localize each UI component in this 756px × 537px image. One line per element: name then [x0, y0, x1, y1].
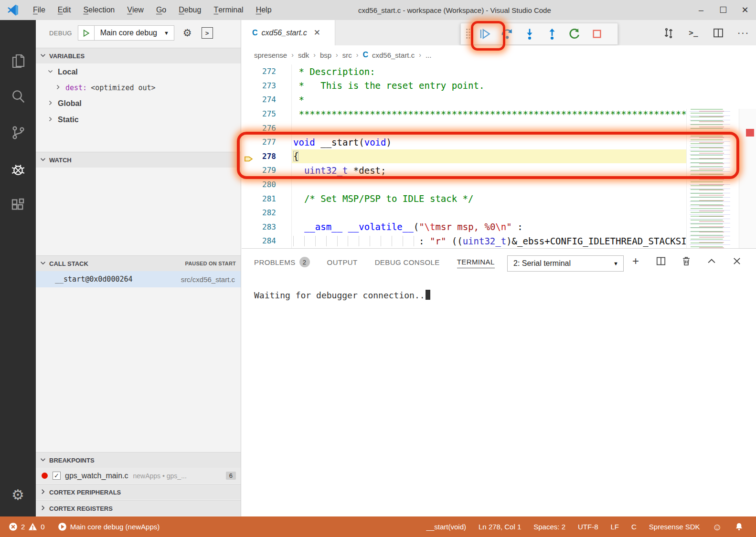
status-item-6[interactable]: Spresense SDK	[649, 523, 700, 531]
code-line-280[interactable]: 280	[242, 178, 756, 192]
code-text[interactable]: : "r" ((uint32_t)&_ebss+CONFIG_IDLETHREA…	[291, 234, 686, 248]
step-out-button[interactable]	[543, 25, 561, 43]
code-text[interactable]	[291, 206, 686, 220]
status-item-1[interactable]: Ln 278, Col 1	[479, 523, 521, 531]
code-line-272[interactable]: 272 * Description:	[242, 64, 756, 79]
menu-terminal[interactable]: Terminal	[207, 0, 249, 20]
gutter[interactable]: 283	[242, 222, 291, 232]
variables-global-row[interactable]: Global	[36, 95, 241, 111]
breadcrumb-item[interactable]: spresense	[254, 51, 287, 59]
maximize-panel-icon[interactable]	[706, 255, 717, 267]
line-number[interactable]: 273	[262, 81, 276, 90]
status-item-4[interactable]: LF	[610, 523, 619, 531]
gutter[interactable]: 275	[242, 109, 291, 118]
minimap[interactable]	[686, 109, 739, 248]
code-line-277[interactable]: 277void __start(void)	[242, 135, 756, 149]
problems-status[interactable]: 2 0	[9, 522, 45, 531]
debug-settings-gear-icon[interactable]: ⚙	[183, 27, 192, 39]
menu-selection[interactable]: Selection	[77, 0, 121, 20]
breadcrumb-item[interactable]: bsp	[320, 51, 331, 59]
status-item-0[interactable]: __start(void)	[426, 523, 466, 531]
variable-dest-row[interactable]: dest: <optimized out>	[36, 80, 241, 95]
breadcrumb-item[interactable]: ...	[426, 51, 432, 59]
menu-help[interactable]: Help	[250, 0, 278, 20]
call-stack-frame-row[interactable]: __start@0x0d000264 src/cxd56_start.c	[36, 271, 241, 287]
stop-button[interactable]	[588, 25, 606, 43]
gutter[interactable]: 273	[242, 81, 291, 90]
line-number[interactable]: 280	[262, 180, 276, 189]
settings-gear-icon[interactable]: ⚙	[0, 486, 36, 503]
gutter[interactable]: 280	[242, 180, 291, 189]
code-line-284[interactable]: 284 : "r" ((uint32_t)&_ebss+CONFIG_IDLET…	[242, 234, 756, 248]
split-editor-icon[interactable]	[712, 27, 724, 39]
line-number[interactable]: 283	[262, 222, 276, 232]
code-line-283[interactable]: 283 __asm__ __volatile__("\tmsr msp, %0\…	[242, 220, 756, 234]
line-number[interactable]: 279	[262, 166, 276, 175]
step-into-button[interactable]	[521, 25, 539, 43]
sync-changes-icon[interactable]	[662, 27, 675, 39]
status-item-3[interactable]: UTF-8	[578, 523, 598, 531]
minimize-button[interactable]: –	[690, 0, 712, 20]
code-line-274[interactable]: 274 *	[242, 93, 756, 107]
code-text[interactable]: * This is the reset entry point.	[291, 79, 686, 93]
watch-section-header[interactable]: WATCH	[36, 152, 241, 168]
start-debug-button[interactable]	[78, 26, 95, 40]
code-line-273[interactable]: 273 * This is the reset entry point.	[242, 79, 756, 93]
code-line-281[interactable]: 281 /* Set MSP/PSP to IDLE stack */	[242, 191, 756, 206]
breadcrumb-item[interactable]: Ccxd56_start.c	[362, 51, 415, 59]
menu-go[interactable]: Go	[150, 0, 172, 20]
gutter[interactable]: 276	[242, 124, 291, 133]
line-number[interactable]: 274	[262, 95, 276, 104]
terminal-select[interactable]: 2: Serial terminal ▼	[507, 255, 624, 272]
kill-terminal-icon[interactable]	[681, 255, 692, 267]
cortex-registers-header[interactable]: CORTEX REGISTERS	[36, 500, 241, 516]
code-text[interactable]	[291, 178, 686, 192]
breadcrumb-item[interactable]: sdk	[298, 51, 309, 59]
debug-config-select[interactable]: Main core debug ▼	[95, 29, 174, 37]
line-number[interactable]: 284	[262, 236, 276, 245]
code-text[interactable]: void __start(void)	[291, 135, 686, 149]
code-text[interactable]: {	[291, 149, 686, 164]
close-button[interactable]: ✕	[734, 0, 756, 20]
code-line-276[interactable]: 276	[242, 121, 756, 135]
breakpoint-checkbox[interactable]: ✓	[53, 472, 61, 480]
code-text[interactable]: /* Set MSP/PSP to IDLE stack */	[291, 191, 686, 206]
terminal-output[interactable]: Waiting for debugger connection..	[254, 290, 746, 300]
panel-tab-debug-console[interactable]: DEBUG CONSOLE	[375, 258, 440, 268]
status-item-2[interactable]: Spaces: 2	[533, 523, 565, 531]
gutter[interactable]: 272	[242, 67, 291, 76]
gutter[interactable]: 274	[242, 95, 291, 104]
code-text[interactable]: * Description:	[291, 64, 686, 79]
search-icon[interactable]	[0, 83, 36, 110]
open-terminal-icon[interactable]: >_	[687, 27, 700, 39]
code-line-278[interactable]: 278{	[242, 149, 756, 164]
line-number[interactable]: 272	[262, 67, 276, 76]
more-actions-icon[interactable]: ···	[737, 27, 749, 39]
restart-button[interactable]	[565, 25, 584, 43]
panel-tab-terminal[interactable]: TERMINAL	[457, 258, 495, 268]
code-line-279[interactable]: 279 uint32_t *dest;	[242, 163, 756, 178]
code-text[interactable]: *	[291, 93, 686, 107]
notifications-bell-icon[interactable]	[735, 522, 744, 531]
panel-tab-output[interactable]: OUTPUT	[327, 258, 358, 268]
line-number[interactable]: 276	[262, 124, 276, 133]
debug-console-toggle-icon[interactable]: >	[202, 27, 213, 39]
call-stack-section-header[interactable]: CALL STACK PAUSED ON START	[36, 255, 241, 271]
tab-close-icon[interactable]: ✕	[314, 28, 320, 38]
gutter[interactable]: 277	[242, 137, 291, 147]
code-line-282[interactable]: 282	[242, 206, 756, 220]
toolbar-grip-icon[interactable]	[465, 25, 471, 43]
code-line-275[interactable]: 275 ************************************…	[242, 107, 756, 121]
code-text[interactable]	[291, 121, 686, 135]
line-number[interactable]: 278	[262, 152, 276, 161]
split-terminal-icon[interactable]	[655, 255, 667, 267]
code-editor[interactable]: 272 * Description:273 * This is the rese…	[242, 64, 756, 248]
explorer-icon[interactable]	[0, 48, 36, 74]
gutter[interactable]: 282	[242, 208, 291, 217]
source-control-icon[interactable]	[0, 119, 36, 146]
breakpoint-row[interactable]: ✓ gps_watch_main.c newApps • gps_... 6	[36, 468, 241, 484]
breadcrumb-item[interactable]: src	[342, 51, 352, 59]
close-panel-icon[interactable]	[731, 255, 743, 267]
code-text[interactable]: uint32_t *dest;	[291, 163, 686, 178]
variables-static-row[interactable]: Static	[36, 112, 241, 127]
